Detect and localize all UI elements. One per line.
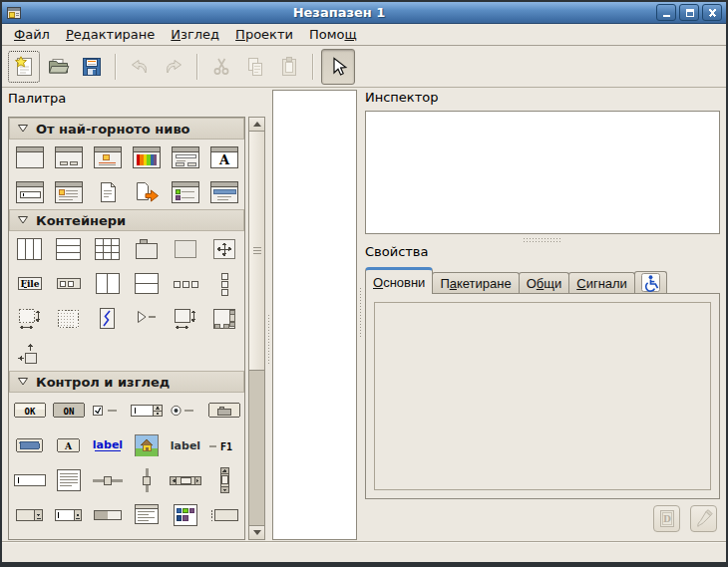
- palette-item-table[interactable]: [95, 236, 121, 262]
- palette-item-scrolled-window[interactable]: [173, 306, 198, 332]
- palette-item-accel-label[interactable]: F1: [207, 432, 241, 458]
- palette-item-check-button[interactable]: [91, 398, 125, 424]
- menu-help[interactable]: Помощ: [301, 25, 365, 45]
- palette-item-link-button[interactable]: label: [90, 432, 126, 458]
- devhelp-button[interactable]: D: [653, 505, 680, 532]
- tab-general[interactable]: Основни: [365, 267, 433, 294]
- palette-item-vscrollbar[interactable]: [217, 467, 231, 493]
- palette-item-file-chooser-button[interactable]: [207, 398, 241, 424]
- toolbar-cut-button[interactable]: [205, 51, 237, 83]
- palette-item-hscrollbar[interactable]: [169, 467, 202, 493]
- toolbar-new-button[interactable]: [8, 51, 40, 83]
- palette-item-message-dialog[interactable]: [94, 144, 122, 170]
- palette-item-color-button[interactable]: [15, 432, 45, 458]
- palette-item-part-box[interactable]: [95, 537, 121, 540]
- palette-item-toolbar[interactable]: [56, 271, 82, 297]
- palette-item-tree-view[interactable]: [134, 502, 160, 528]
- tab-accessibility[interactable]: [634, 271, 667, 293]
- scrollbar-thumb[interactable]: [249, 132, 264, 371]
- toolbar-paste-button[interactable]: [273, 51, 305, 83]
- palette-section-header-0[interactable]: От най-горното ниво: [9, 118, 244, 140]
- palette-item-font-selection-dialog[interactable]: A: [210, 144, 238, 170]
- palette-item-fixed[interactable]: [211, 236, 237, 262]
- palette-item-vpaned[interactable]: [134, 271, 160, 297]
- palette-item-font-button[interactable]: A: [56, 432, 82, 458]
- palette-item-menu-bar[interactable]: File: [17, 271, 43, 297]
- icon-view-icon: [173, 503, 198, 527]
- palette-item-dialog[interactable]: [55, 144, 83, 170]
- palette-item-hbox[interactable]: [17, 236, 43, 262]
- palette-scrollbar[interactable]: [248, 117, 265, 540]
- palette-item-layout-grid[interactable]: [56, 306, 82, 332]
- palette-item-progress-bar[interactable]: [93, 502, 123, 528]
- palette-item-vscale[interactable]: [139, 467, 155, 493]
- palette-item-button[interactable]: OK: [13, 398, 47, 424]
- maximize-button[interactable]: [679, 4, 699, 21]
- titlebar[interactable]: Незапазен 1: [2, 2, 726, 24]
- tab-common[interactable]: Общи: [519, 272, 570, 293]
- minimize-button[interactable]: [656, 4, 676, 21]
- palette-item-viewport[interactable]: [17, 306, 43, 332]
- tab-packing[interactable]: Пакетиране: [432, 272, 519, 293]
- palette-item-curve[interactable]: [95, 306, 121, 332]
- toolbar-icon: [56, 272, 82, 296]
- close-button[interactable]: [702, 4, 722, 21]
- palette-item-vbox[interactable]: [56, 236, 82, 262]
- palette-item-color-selection-dialog[interactable]: [133, 144, 161, 170]
- palette-item-label[interactable]: label: [171, 432, 200, 458]
- palette-item-combo-box[interactable]: [15, 502, 45, 528]
- palette-grid-2: OKONAlabellabelF1: [9, 393, 244, 540]
- palette-item-entry[interactable]: [13, 467, 47, 493]
- palette-item-combo-box-entry[interactable]: [54, 502, 84, 528]
- palette-item-recent-chooser-dialog[interactable]: [172, 179, 199, 205]
- text-view-icon: [56, 468, 82, 492]
- palette-item-assistant[interactable]: [94, 179, 122, 205]
- edit-style-button[interactable]: [690, 505, 717, 532]
- menu-edit[interactable]: Редактиране: [58, 25, 163, 45]
- palette-item-layout[interactable]: [211, 306, 237, 332]
- menu-file[interactable]: Файл: [6, 25, 58, 45]
- palette-item-hpaned[interactable]: [95, 271, 121, 297]
- palette-item-hscale[interactable]: [91, 467, 125, 493]
- palette-item-cell-view[interactable]: [209, 502, 239, 528]
- tab-signals[interactable]: Сигнали: [568, 272, 635, 293]
- palette-item-input-dialog[interactable]: [16, 179, 44, 205]
- palette-item-radio-button[interactable]: [169, 398, 202, 424]
- menu-view[interactable]: Изглед: [163, 25, 227, 45]
- toolbar-save-button[interactable]: [76, 51, 108, 83]
- inspector-view[interactable]: [365, 111, 720, 234]
- main-area: Палитра От най-горното нивоAКонтейнериFi…: [2, 88, 726, 541]
- palette-section-header-2[interactable]: Контрол и изглед: [9, 371, 244, 393]
- palette-item-toggle-button[interactable]: ON: [52, 398, 86, 424]
- toolbar-selector-button[interactable]: [321, 49, 355, 85]
- palette-item-toolbar-window[interactable]: [210, 179, 238, 205]
- palette-item-expander[interactable]: [134, 306, 160, 332]
- palette-item-vbutton-box[interactable]: [211, 271, 237, 297]
- toolbar-undo-button[interactable]: [124, 51, 156, 83]
- scroll-down-button[interactable]: [249, 525, 264, 539]
- toolbar-copy-button[interactable]: [239, 51, 271, 83]
- app-window: Незапазен 1 ФайлРедактиранеИзгледПроекти…: [0, 0, 728, 567]
- entry-icon: [13, 472, 47, 488]
- splitter-handle[interactable]: [523, 237, 560, 242]
- menu-projects[interactable]: Проекти: [227, 25, 301, 45]
- palette-item-icon-view[interactable]: [173, 502, 198, 528]
- palette-item-frame[interactable]: [173, 236, 198, 262]
- scroll-up-button[interactable]: [249, 118, 264, 132]
- toolbar-open-button[interactable]: [42, 51, 74, 83]
- palette-item-hbutton-box[interactable]: [173, 271, 198, 297]
- palette-item-alignment[interactable]: [17, 341, 43, 367]
- palette-item-notebook[interactable]: [134, 236, 160, 262]
- palette-item-spin-button[interactable]: [130, 398, 164, 424]
- palette-item-file-chooser-dialog[interactable]: [133, 179, 161, 205]
- palette-section-header-1[interactable]: Контейнери: [9, 209, 244, 231]
- palette-item-part-tick[interactable]: [173, 537, 198, 540]
- toolbar-redo-button[interactable]: [158, 51, 189, 83]
- palette-item-file-selection-dialog[interactable]: [172, 144, 199, 170]
- palette-item-text-view[interactable]: [56, 467, 82, 493]
- paned-handle-left[interactable]: [266, 117, 271, 540]
- palette-item-about-dialog[interactable]: [55, 179, 83, 205]
- palette-item-image[interactable]: [134, 432, 160, 458]
- palette-item-part-line[interactable]: [56, 537, 82, 540]
- palette-item-window[interactable]: [16, 144, 44, 170]
